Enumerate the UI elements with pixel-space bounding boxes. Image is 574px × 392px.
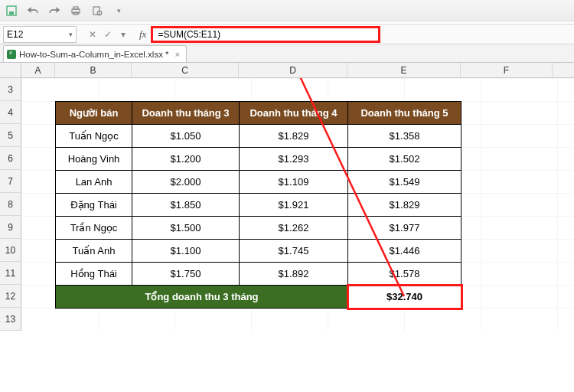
column-headers: A B C D E F [0, 63, 574, 78]
row-header[interactable]: 13 [0, 308, 21, 331]
worksheet[interactable]: A B C D E F 3 4 5 6 7 8 9 10 11 12 13 Ng… [0, 63, 574, 392]
col-header-B[interactable]: B [55, 63, 132, 77]
svg-rect-1 [9, 11, 14, 15]
total-row: Tổng doanh thu 3 tháng $32.740 [56, 286, 461, 309]
row-header[interactable]: 9 [0, 216, 21, 239]
formula-input[interactable]: =SUM(C5:E11) [151, 26, 380, 43]
cancel-formula-icon[interactable]: ✕ [87, 29, 98, 40]
col-header-D[interactable]: D [239, 63, 347, 77]
name-box-value: E12 [7, 29, 23, 40]
workbook-tab[interactable]: How-to-Sum-a-Column_in-Excel.xlsx * × [3, 45, 187, 62]
name-box[interactable]: E12 ▾ [3, 26, 77, 43]
formula-bar-row: E12 ▾ ✕ ✓ ▾ fx =SUM(C5:E11) [0, 24, 574, 44]
table-row: Lan Anh$2.000$1.109$1.549 [56, 171, 461, 194]
row-header[interactable]: 4 [0, 101, 21, 124]
data-table: Người bán Doanh thu tháng 3 Doanh thu th… [55, 101, 461, 309]
total-label-cell[interactable]: Tổng doanh thu 3 tháng [56, 286, 348, 309]
row-header[interactable]: 8 [0, 193, 21, 216]
table-row: Tuấn Anh$1.100$1.745$1.446 [56, 240, 461, 263]
fx-label[interactable]: fx [139, 28, 146, 41]
close-tab-icon[interactable]: × [175, 50, 181, 59]
table-row: Tuấn Ngọc$1.050$1.829$1.358 [56, 125, 461, 148]
customize-qat-caret-icon[interactable]: ▾ [112, 4, 126, 18]
col-header-A[interactable]: A [21, 63, 55, 77]
header-cell[interactable]: Doanh thu tháng 4 [240, 102, 348, 125]
table-row: Trần Ngọc$1.500$1.262$1.977 [56, 217, 461, 240]
row-headers: 3 4 5 6 7 8 9 10 11 12 13 [0, 78, 21, 331]
row-header[interactable]: 12 [0, 285, 21, 308]
formula-buttons: ✕ ✓ ▾ [87, 29, 129, 40]
total-value-cell[interactable]: $32.740 [348, 286, 461, 309]
save-icon[interactable] [5, 4, 18, 18]
row-header[interactable]: 6 [0, 147, 21, 170]
excel-file-icon [7, 50, 16, 59]
select-all-corner[interactable] [0, 63, 21, 77]
row-header[interactable]: 3 [0, 78, 21, 101]
redo-icon[interactable] [47, 4, 61, 18]
col-header-F[interactable]: F [461, 63, 553, 77]
workbook-tab-label: How-to-Sum-a-Column_in-Excel.xlsx * [19, 50, 169, 59]
row-header[interactable]: 7 [0, 170, 21, 193]
row-header[interactable]: 5 [0, 124, 21, 147]
row-header[interactable]: 10 [0, 239, 21, 262]
header-cell[interactable]: Doanh thu tháng 3 [132, 102, 240, 125]
header-cell[interactable]: Doanh thu tháng 5 [348, 102, 461, 125]
formula-text: =SUM(C5:E11) [158, 29, 220, 40]
table-row: Hồng Thái$1.750$1.892$1.578 [56, 263, 461, 286]
print-icon[interactable] [69, 4, 83, 18]
undo-icon[interactable] [26, 4, 40, 18]
workbook-tab-strip: How-to-Sum-a-Column_in-Excel.xlsx * × [0, 44, 574, 63]
col-header-E[interactable]: E [347, 63, 461, 77]
print-preview-icon[interactable] [90, 4, 104, 18]
col-header-C[interactable]: C [132, 63, 239, 77]
table-row: Đặng Thái$1.850$1.921$1.829 [56, 194, 461, 217]
table-row: Hoàng Vinh$1.200$1.293$1.502 [56, 148, 461, 171]
confirm-formula-icon[interactable]: ✓ [103, 29, 113, 40]
header-cell[interactable]: Người bán [56, 102, 132, 125]
formula-dropdown-icon[interactable]: ▾ [118, 29, 129, 40]
name-box-caret-icon[interactable]: ▾ [69, 31, 73, 38]
svg-rect-3 [73, 7, 78, 9]
table-header-row: Người bán Doanh thu tháng 3 Doanh thu th… [56, 102, 461, 125]
row-header[interactable]: 11 [0, 262, 21, 285]
quick-access-toolbar: ▾ [0, 0, 574, 21]
